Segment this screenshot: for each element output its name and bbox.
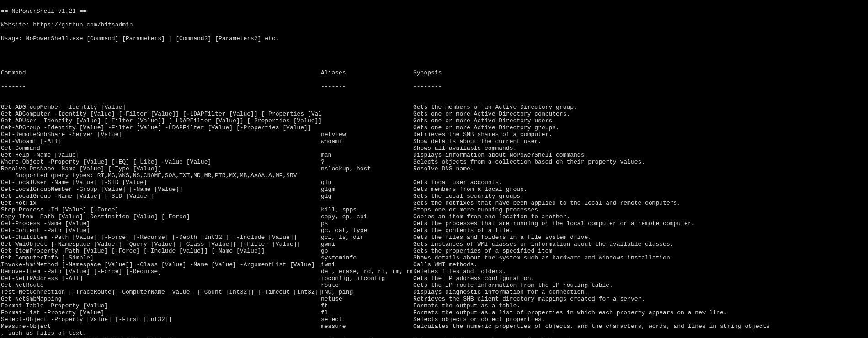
col-ul-synopsis: -------- [413,83,867,90]
table-row: Resolve-DnsName -Name [Value] [-Type [Va… [1,165,867,172]
cell-command: Get-Whoami [-All] [1,138,321,145]
cell-aliases: netview [321,131,413,138]
cell-command: Get-RemoteSmbShare -Server [Value] [1,131,321,138]
terminal-output: == NoPowerShell v1.21 == Website: https:… [0,0,868,338]
cell-command: Get-LocalUser -Name [Value] [-SID [Value… [1,179,321,186]
cell-command: Supported query types: RT,MG,WKS,NS,CNAM… [1,172,321,179]
table-row: Get-ADGroupMember -Identity [Value]Gets … [1,104,867,111]
table-row: Get-ADComputer -Identity [Value] [-Filte… [1,111,867,117]
cell-command: Get-LocalGroupMember -Group [Value] [-Na… [1,186,321,193]
cell-aliases: kill, spps [321,206,413,213]
cell-aliases: fl [321,309,413,316]
table-row: Format-Table -Property [Value]ftFormats … [1,302,867,309]
cell-synopsis: Shows details about the system such as h… [413,254,867,261]
blank-line [1,49,867,56]
cell-aliases: ps [321,220,413,227]
cell-aliases: whoami [321,138,413,145]
command-table-body: Get-ADGroupMember -Identity [Value]Gets … [1,104,867,338]
table-row: Get-NetRouterouteGets the IP route infor… [1,282,867,289]
cell-synopsis: Displays information about NoPowerShell … [413,152,867,158]
cell-command: Get-ItemProperty -Path [Value] [-Force] … [1,248,321,254]
cell-aliases: gp [321,248,413,254]
col-ul-aliases: ------- [321,83,413,90]
col-ul-command: ------- [1,83,321,90]
cell-aliases: TNC, ping [321,289,413,296]
cell-command: , such as files of text. [1,330,321,337]
cell-aliases: select [321,316,413,323]
cell-synopsis: Gets local user accounts. [413,179,867,186]
cell-command: Get-NetSmbMapping [1,296,321,302]
cell-aliases: gwmi [321,241,413,248]
cell-synopsis: Formats the output as a table. [413,302,867,309]
column-underline-row: ------- ------- -------- [1,83,867,90]
cell-synopsis: Selects objects or object properties. [413,316,867,323]
col-header-command: Command [1,69,321,76]
cell-synopsis: Gets the properties of a specified item. [413,248,867,254]
cell-synopsis: Calculates the numeric properties of obj… [413,323,867,330]
cell-synopsis: Stops one or more running processes. [413,206,867,213]
cell-command: Format-List -Property [Value] [1,309,321,316]
cell-command: Remove-Item -Path [Value] [-Force] [-Rec… [1,268,321,275]
cell-command: Invoke-WmiMethod [-Namespace [Value]] -C… [1,261,321,268]
table-row: Get-Process -Name [Value]psGets the proc… [1,220,867,227]
cell-command: Test-NetConnection [-TraceRoute] -Comput… [1,289,321,296]
cell-aliases [321,124,413,131]
cell-aliases: route [321,282,413,289]
table-row: Get-ADUser -Identity [Value] [-Filter [V… [1,117,867,124]
cell-aliases: measure [321,323,413,330]
table-row: Format-List -Property [Value]flFormats t… [1,309,867,316]
cell-command: Measure-Object [1,323,321,330]
table-row: Get-Whoami [-All]whoamiShow details abou… [1,138,867,145]
column-header-row: Command Aliases Synopsis [1,69,867,76]
cell-synopsis: Gets one or more Active Directory comput… [413,111,867,117]
table-row: Get-ADGroup -Identity [Value] -Filter [V… [1,124,867,131]
table-row: Where-Object -Property [Value] [-EQ] [-L… [1,158,867,165]
table-row: Get-Content -Path [Value]gc, cat, typeGe… [1,227,867,234]
cell-command: Get-ChildItem -Path [Value] [-Force] [-R… [1,234,321,241]
cell-synopsis: Gets the members of an Active Directory … [413,104,867,111]
table-row: Get-LocalGroup -Name [Value] [-SID [Valu… [1,193,867,200]
table-row: Get-HotFixGets the hotfixes that have be… [1,200,867,206]
cell-synopsis: Gets the local security groups. [413,193,867,200]
cell-aliases: systeminfo [321,254,413,261]
cell-aliases: copy, cp, cpi [321,213,413,220]
cell-command: Copy-Item -Path [Value] -Destination [Va… [1,213,321,220]
cell-synopsis: Gets the IP route information from the I… [413,282,867,289]
cell-synopsis: Gets members from a local group. [413,186,867,193]
cell-synopsis [413,172,867,179]
cell-aliases: glu [321,179,413,186]
table-row: Get-ChildItem -Path [Value] [-Force] [-R… [1,234,867,241]
table-row: Remove-Item -Path [Value] [-Force] [-Rec… [1,268,867,275]
cell-command: Get-ADComputer -Identity [Value] [-Filte… [1,111,321,117]
table-row: Get-WmiObject [-Namespace [Value]] -Quer… [1,241,867,248]
cell-command: Get-Process -Name [Value] [1,220,321,227]
table-row: Measure-ObjectmeasureCalculates the nume… [1,323,867,330]
col-header-synopsis: Synopsis [413,69,867,76]
col-header-aliases: Aliases [321,69,413,76]
cell-command: Where-Object -Property [Value] [-EQ] [-L… [1,158,321,165]
cell-command: Get-Content -Path [Value] [1,227,321,234]
table-row: Get-NetSmbMappingnetuseRetrieves the SMB… [1,296,867,302]
cell-synopsis: Gets one or more Active Directory users. [413,117,867,124]
cell-synopsis: Copies an item from one location to anot… [413,213,867,220]
cell-synopsis: Resolve DNS name. [413,165,867,172]
cell-command: Get-ADGroupMember -Identity [Value] [1,104,321,111]
cell-synopsis [413,330,867,337]
cell-aliases: gc, cat, type [321,227,413,234]
cell-command: Get-ADUser -Identity [Value] [-Filter [V… [1,117,321,124]
cell-command: Get-WmiObject [-Namespace [Value]] -Quer… [1,241,321,248]
cell-synopsis: Retrieves the SMB client directory mappi… [413,296,867,302]
cell-command: Get-NetIPAddress [-All] [1,275,321,282]
cell-aliases: nslookup, host [321,165,413,172]
cell-synopsis: Gets the hotfixes that have been applied… [413,200,867,206]
cell-command: Get-ComputerInfo [-Simple] [1,254,321,261]
cell-synopsis: Calls WMI methods. [413,261,867,268]
cell-aliases: ft [321,302,413,309]
cell-synopsis: Selects objects from a collection based … [413,158,867,165]
cell-aliases: del, erase, rd, ri, rm, rmdir [321,268,413,275]
cell-command: Get-Command [1,145,321,152]
cell-synopsis: Gets one or more Active Directory groups… [413,124,867,131]
header-website: Website: https://github.com/bitsadmin [1,21,867,28]
cell-synopsis: Gets the contents of a file. [413,227,867,234]
cell-aliases: ? [321,158,413,165]
